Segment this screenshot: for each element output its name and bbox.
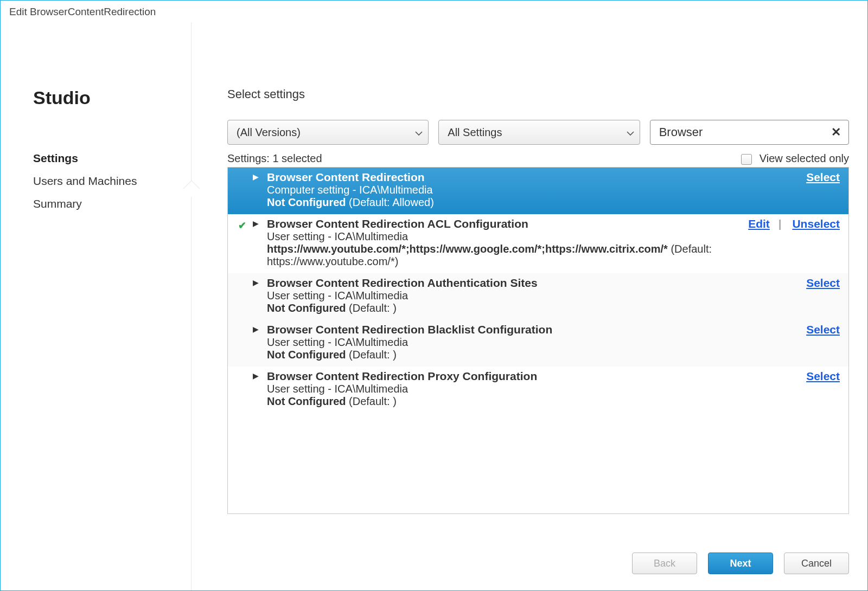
setting-config: Not Configured (Default: ) [267, 349, 840, 361]
scope-filter-dropdown[interactable]: All Settings [438, 120, 640, 145]
next-button[interactable]: Next [708, 553, 773, 574]
setting-subtitle: User setting - ICA\Multimedia [267, 290, 840, 302]
chevron-down-icon [627, 126, 634, 139]
expand-icon[interactable]: ▶ [253, 172, 259, 181]
scope-filter-value: All Settings [448, 126, 502, 139]
setting-config: Not Configured (Default: ) [267, 302, 840, 314]
setting-title: Browser Content Redirection ACL Configur… [267, 217, 528, 230]
setting-row[interactable]: ✔ ▶ Browser Content Redirection ACL Conf… [228, 214, 848, 273]
checkmark-icon: ✔ [238, 220, 246, 231]
view-selected-only[interactable]: View selected only [741, 152, 849, 165]
selected-indicator: ✔ [235, 220, 248, 232]
setting-subtitle: User setting - ICA\Multimedia [267, 336, 840, 349]
select-link[interactable]: Select [806, 370, 840, 382]
setting-subtitle: User setting - ICA\Multimedia [267, 230, 840, 243]
setting-config-value: Not Configured [267, 302, 346, 314]
search-box: ✕ [650, 120, 849, 145]
setting-actions: Select [801, 323, 840, 336]
wizard-buttons: Back Next Cancel [227, 539, 849, 574]
sidebar-nav: Settings Users and Machines Summary [33, 152, 192, 210]
setting-row[interactable]: ▶ Browser Content Redirection Blacklist … [228, 320, 848, 367]
studio-logo: Studio [33, 87, 192, 108]
dialog-body: Studio Settings Users and Machines Summa… [1, 22, 867, 590]
setting-config: https://www.youtube.com/*;https://www.go… [267, 243, 771, 268]
setting-subtitle: Computer setting - ICA\Multimedia [267, 184, 840, 196]
back-button: Back [632, 553, 697, 574]
setting-actions: Select [801, 171, 840, 184]
setting-actions: Select [801, 277, 840, 290]
view-selected-only-label: View selected only [760, 152, 849, 164]
setting-row[interactable]: ▶ Browser Content Redirection Authentica… [228, 273, 848, 320]
version-filter-value: (All Versions) [237, 126, 301, 139]
sidebar-item-summary[interactable]: Summary [33, 197, 192, 210]
setting-config-default: (Default: ) [346, 395, 397, 407]
setting-title: Browser Content Redirection Authenticati… [267, 277, 538, 290]
setting-title: Browser Content Redirection Proxy Config… [267, 370, 537, 383]
select-link[interactable]: Select [806, 277, 840, 289]
setting-config-value: Not Configured [267, 395, 346, 407]
setting-actions: Edit | Unselect [743, 217, 840, 230]
setting-row[interactable]: ▶ Browser Content Redirection Proxy Conf… [228, 367, 848, 413]
settings-count-row: Settings: 1 selected View selected only [227, 152, 849, 165]
clear-search-icon[interactable]: ✕ [828, 125, 844, 139]
setting-config: Not Configured (Default: ) [267, 395, 840, 408]
settings-count-value: 1 selected [272, 152, 322, 164]
main-panel: Select settings (All Versions) All Setti… [192, 22, 860, 590]
search-input[interactable] [658, 125, 828, 140]
version-filter-dropdown[interactable]: (All Versions) [227, 120, 429, 145]
expand-icon[interactable]: ▶ [253, 371, 259, 380]
sidebar-item-users-machines[interactable]: Users and Machines [33, 175, 192, 188]
sidebar-item-settings[interactable]: Settings [33, 152, 192, 165]
expand-icon[interactable]: ▶ [253, 219, 259, 228]
expand-icon[interactable]: ▶ [253, 325, 259, 333]
sidebar-divider [191, 22, 192, 590]
setting-config-value: Not Configured [267, 349, 346, 361]
setting-actions: Select [801, 370, 840, 383]
edit-link[interactable]: Edit [748, 217, 770, 230]
setting-config: Not Configured (Default: Allowed) [267, 196, 840, 209]
setting-config-value: Not Configured [267, 196, 346, 208]
setting-title: Browser Content Redirection [267, 171, 425, 184]
settings-list: ▶ Browser Content Redirection Select Com… [227, 167, 849, 514]
dialog-window: Edit BrowserContentRedirection Studio Se… [0, 0, 868, 591]
setting-config-value: https://www.youtube.com/*;https://www.go… [267, 243, 668, 255]
setting-title: Browser Content Redirection Blacklist Co… [267, 323, 552, 336]
expand-icon[interactable]: ▶ [253, 278, 259, 287]
setting-config-default: (Default: ) [346, 349, 397, 361]
select-link[interactable]: Select [806, 171, 840, 183]
chevron-down-icon [415, 126, 423, 139]
setting-config-default: (Default: Allowed) [346, 196, 434, 208]
unselect-link[interactable]: Unselect [792, 217, 840, 230]
settings-count: Settings: 1 selected [227, 152, 322, 165]
setting-subtitle: User setting - ICA\Multimedia [267, 383, 840, 395]
page-title: Select settings [227, 87, 849, 101]
cancel-button[interactable]: Cancel [784, 553, 849, 574]
sidebar: Studio Settings Users and Machines Summa… [1, 22, 192, 590]
window-title: Edit BrowserContentRedirection [1, 1, 867, 22]
settings-count-label: Settings: [227, 152, 270, 164]
setting-config-default: (Default: ) [346, 302, 397, 314]
filter-row: (All Versions) All Settings ✕ [227, 120, 849, 145]
setting-row[interactable]: ▶ Browser Content Redirection Select Com… [228, 168, 848, 214]
action-separator: | [778, 217, 782, 230]
view-selected-only-checkbox[interactable] [741, 154, 752, 165]
select-link[interactable]: Select [806, 323, 840, 336]
